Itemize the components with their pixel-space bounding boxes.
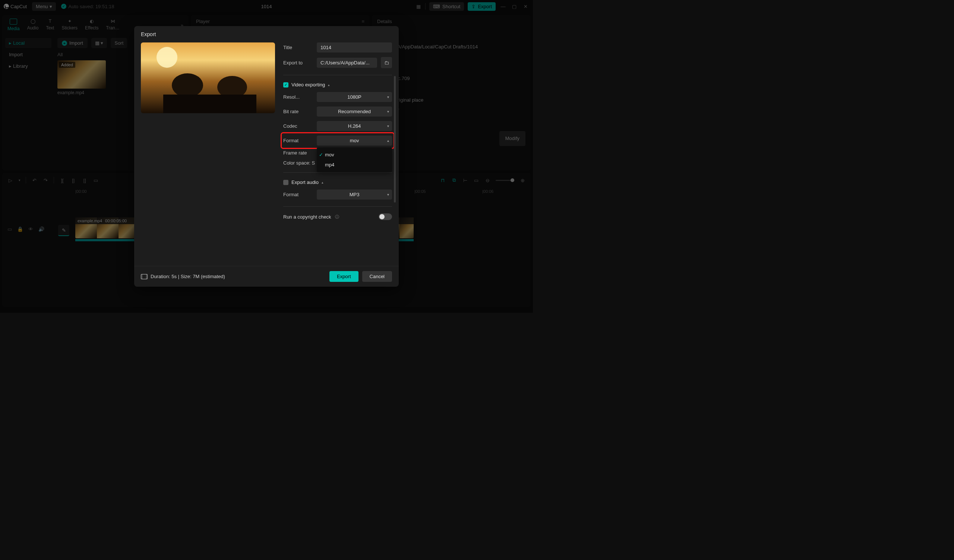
zoom-slider[interactable] — [496, 180, 514, 181]
audio-format-select[interactable]: MP3▾ — [317, 190, 392, 199]
undo-icon[interactable]: ↶ — [31, 177, 37, 183]
sidenav-import[interactable]: Import — [5, 50, 51, 59]
film-icon — [141, 274, 148, 279]
chevron-down-icon[interactable]: ▾ — [19, 178, 20, 182]
marker-icon[interactable]: ⊢ — [462, 177, 468, 183]
svg-rect-2 — [163, 95, 256, 113]
checkbox-on-icon[interactable]: ✓ — [283, 82, 288, 87]
ruler-tick: |00:00 — [75, 189, 86, 194]
export-button[interactable]: ⇪ Export — [468, 2, 496, 11]
checkbox-off-icon[interactable] — [283, 180, 288, 185]
sidenav-library[interactable]: ▸Library — [5, 61, 51, 71]
visibility-icon[interactable]: 👁 — [28, 226, 33, 232]
framerate-label: Frame rate — [283, 150, 307, 156]
tab-audio[interactable]: ◯Audio — [27, 19, 39, 31]
details-proxy: Turned off — [377, 105, 525, 116]
title-input[interactable]: 1014 — [317, 42, 392, 53]
audio-format-label: Format — [283, 192, 313, 198]
details-original: Original — [377, 52, 525, 63]
export-icon: ⇪ — [471, 4, 475, 9]
split-icon[interactable]: ][ — [59, 177, 65, 183]
export-modal: Export Title 1014 Export to C:/Users/A/A… — [134, 26, 399, 287]
format-select[interactable]: mov▴ — [317, 135, 392, 146]
app-logo: CapCut — [4, 4, 27, 9]
edit-track-button[interactable]: ✎ — [58, 225, 69, 236]
audio-section-header[interactable]: Export audio ▴ — [283, 179, 392, 185]
codec-select[interactable]: H.264▾ — [317, 121, 392, 131]
view-mode[interactable]: ▦ ▾ — [91, 38, 108, 48]
delete-icon[interactable]: ▭ — [93, 177, 99, 183]
format-option-mp4[interactable]: mp4 — [317, 160, 392, 170]
details-path: C:/Users/A/AppData/Local/CapCut Drafts/1… — [377, 42, 525, 53]
text-icon: T — [49, 19, 51, 24]
clip-timecode: 00:00:05:00 — [105, 219, 127, 223]
import-button[interactable]: +Import — [58, 38, 87, 48]
media-thumb[interactable]: Added example.mp4 — [58, 60, 106, 95]
scrollbar[interactable] — [394, 76, 396, 202]
plus-icon: + — [62, 40, 67, 46]
details-keep: Keep in original place — [377, 95, 525, 106]
browse-folder-button[interactable]: 🗀 — [381, 57, 392, 68]
tab-effects[interactable]: ◐Effects — [85, 19, 98, 31]
tab-media[interactable]: Media — [8, 19, 20, 31]
expand-icon[interactable]: ▭ — [8, 226, 12, 232]
export-preview-image — [141, 42, 275, 113]
ruler-tick: |00:06 — [482, 189, 493, 194]
chevron-down-icon: ▾ — [387, 124, 389, 128]
copyright-toggle[interactable] — [379, 213, 392, 220]
capcut-icon — [4, 4, 9, 9]
media-sidenav: ▸Local Import ▸Library — [2, 35, 55, 171]
cancel-button[interactable]: Cancel — [362, 271, 392, 282]
redo-icon[interactable]: ↷ — [42, 177, 48, 183]
details-sdr: SDR - Rec.709 — [377, 73, 525, 84]
audio-icon: ◯ — [31, 19, 36, 24]
pointer-tool-icon[interactable]: ▷ — [8, 177, 13, 183]
bitrate-label: Bit rate — [283, 109, 313, 114]
bitrate-select[interactable]: Recommended▾ — [317, 106, 392, 117]
close-button[interactable]: ✕ — [522, 3, 529, 10]
resolution-select[interactable]: 1080P▾ — [317, 92, 392, 102]
format-option-mov[interactable]: mov — [317, 150, 392, 160]
maximize-button[interactable]: ▢ — [511, 3, 518, 10]
modify-button[interactable]: Modify — [499, 131, 525, 146]
caret-right-icon: ▸ — [9, 63, 12, 69]
tab-text[interactable]: TText — [46, 19, 54, 31]
hamburger-icon[interactable]: ≡ — [362, 19, 365, 24]
trim-right-icon[interactable]: |] — [82, 177, 87, 183]
mute-icon[interactable]: 🔊 — [38, 226, 44, 232]
sort-select[interactable]: Sort — [111, 38, 127, 48]
sticker-icon: ✦ — [68, 19, 72, 24]
tab-stickers[interactable]: ✦Stickers — [61, 19, 78, 31]
transition-icon: ⋈ — [111, 19, 115, 24]
magnet-icon[interactable]: ⊓ — [440, 177, 446, 183]
zoom-out-icon[interactable]: ⊖ — [485, 177, 490, 183]
sidenav-local[interactable]: ▸Local — [5, 38, 51, 48]
video-section-header[interactable]: ✓ Video exporting ▴ — [283, 82, 392, 87]
project-title: 1014 — [261, 4, 272, 9]
help-icon[interactable]: ⓘ — [335, 214, 339, 220]
zoom-in-icon[interactable]: ⊕ — [519, 177, 525, 183]
divider — [283, 173, 392, 173]
tab-transition[interactable]: ⋈Tran… — [106, 19, 120, 31]
media-icon — [10, 19, 17, 25]
menu-button[interactable]: Menu ▾ — [32, 2, 56, 11]
preview-icon[interactable]: ▭ — [473, 177, 479, 183]
layout-icon[interactable]: ▦ — [416, 4, 421, 9]
caret-icon: ▴ — [328, 83, 330, 87]
trim-left-icon[interactable]: [| — [70, 177, 76, 183]
modal-footer: Duration: 5s | Size: 7M (estimated) Expo… — [134, 266, 399, 287]
format-dropdown: mov mp4 — [317, 148, 392, 172]
resolution-label: Resol... — [283, 94, 313, 100]
shortcut-button[interactable]: ⌨ Shortcut — [429, 2, 464, 11]
lock-icon[interactable]: 🔒 — [17, 226, 23, 232]
autosave-status: ✓ Auto saved: 19:51:18 — [61, 4, 114, 9]
clip-name: example.mp4 — [78, 219, 102, 223]
minimize-button[interactable]: — — [499, 3, 507, 10]
chevron-down-icon: ▾ — [387, 109, 389, 114]
exportto-input[interactable]: C:/Users/A/AppData/... — [317, 58, 377, 68]
link-icon[interactable]: ⧉ — [451, 177, 457, 183]
effects-icon: ◐ — [90, 19, 94, 24]
added-badge: Added — [59, 62, 75, 68]
chevron-up-icon: ▴ — [387, 138, 389, 143]
export-confirm-button[interactable]: Export — [329, 271, 359, 282]
